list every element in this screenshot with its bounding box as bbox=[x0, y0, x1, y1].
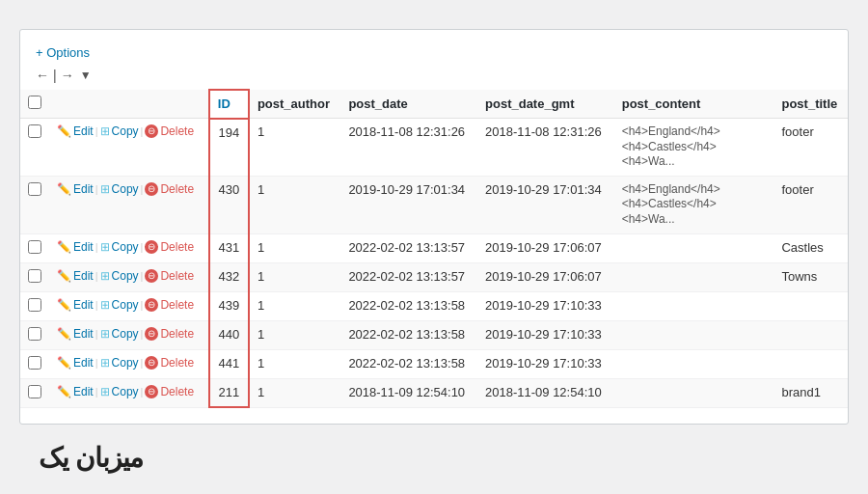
col-header-actions bbox=[49, 90, 209, 119]
row-checkbox[interactable] bbox=[28, 124, 41, 138]
row-actions-cell: ✏️ Edit | ⊞ Copy | ⊖ Delete bbox=[49, 233, 209, 262]
edit-link[interactable]: Edit bbox=[73, 356, 94, 370]
delete-icon[interactable]: ⊖ bbox=[145, 240, 158, 254]
row-actions-cell: ✏️ Edit | ⊞ Copy | ⊖ Delete bbox=[49, 119, 209, 177]
row-actions-cell: ✏️ Edit | ⊞ Copy | ⊖ Delete bbox=[49, 291, 209, 320]
delete-link[interactable]: Delete bbox=[160, 327, 194, 341]
select-all-checkbox[interactable] bbox=[28, 96, 41, 109]
copy-link[interactable]: Copy bbox=[112, 356, 139, 370]
edit-link[interactable]: Edit bbox=[73, 385, 94, 398]
row-post-date: 2018-11-08 12:31:26 bbox=[340, 119, 477, 177]
col-header-checkbox bbox=[20, 90, 49, 119]
delete-link[interactable]: Delete bbox=[160, 269, 194, 283]
table-toolbar: ← | → ▼ bbox=[20, 68, 848, 89]
row-checkbox[interactable] bbox=[28, 385, 41, 398]
separator-1: | bbox=[95, 270, 98, 282]
row-post-title bbox=[773, 291, 848, 320]
row-id: 440 bbox=[209, 320, 249, 349]
edit-link[interactable]: Edit bbox=[73, 269, 94, 283]
row-post-content bbox=[614, 378, 774, 407]
delete-icon[interactable]: ⊖ bbox=[145, 124, 158, 138]
delete-icon[interactable]: ⊖ bbox=[145, 298, 158, 312]
row-post-title: brand1 bbox=[773, 378, 848, 407]
copy-link[interactable]: Copy bbox=[112, 269, 139, 283]
row-post-content bbox=[614, 262, 774, 291]
copy-icon: ⊞ bbox=[100, 269, 110, 283]
table-row: ✏️ Edit | ⊞ Copy | ⊖ Delete 19412018-11-… bbox=[20, 119, 848, 177]
row-id: 430 bbox=[209, 176, 249, 233]
edit-icon: ✏️ bbox=[57, 240, 71, 254]
copy-link[interactable]: Copy bbox=[112, 124, 139, 138]
delete-icon[interactable]: ⊖ bbox=[145, 385, 158, 398]
nav-left-arrow[interactable]: ← bbox=[36, 68, 49, 83]
row-checkbox[interactable] bbox=[28, 327, 41, 341]
row-post-date: 2022-02-02 13:13:57 bbox=[340, 233, 477, 262]
options-link[interactable]: + Options bbox=[36, 45, 90, 60]
row-checkbox[interactable] bbox=[28, 298, 41, 312]
row-actions: ✏️ Edit | ⊞ Copy | ⊖ Delete bbox=[57, 182, 201, 196]
main-container: + Options ← | → ▼ ID post_author post_da… bbox=[19, 29, 849, 425]
row-post-date-gmt: 2018-11-08 12:31:26 bbox=[477, 119, 614, 177]
edit-link[interactable]: Edit bbox=[73, 327, 94, 341]
delete-link[interactable]: Delete bbox=[160, 124, 194, 138]
edit-link[interactable]: Edit bbox=[73, 182, 94, 196]
edit-icon: ✏️ bbox=[57, 356, 71, 370]
row-checkbox[interactable] bbox=[28, 356, 41, 370]
edit-link[interactable]: Edit bbox=[73, 240, 94, 254]
edit-icon: ✏️ bbox=[57, 269, 71, 283]
row-checkbox[interactable] bbox=[28, 240, 41, 254]
separator-2: | bbox=[141, 125, 144, 137]
separator-1: | bbox=[95, 241, 98, 253]
copy-link[interactable]: Copy bbox=[112, 240, 139, 254]
edit-icon: ✏️ bbox=[57, 298, 71, 312]
copy-link[interactable]: Copy bbox=[112, 327, 139, 341]
row-post-author: 1 bbox=[249, 262, 340, 291]
table-row: ✏️ Edit | ⊞ Copy | ⊖ Delete 21112018-11-… bbox=[20, 378, 848, 407]
options-bar: + Options bbox=[20, 45, 848, 68]
column-filter-icon[interactable]: ▼ bbox=[80, 69, 92, 82]
row-post-date: 2022-02-02 13:13:57 bbox=[340, 262, 477, 291]
row-actions-cell: ✏️ Edit | ⊞ Copy | ⊖ Delete bbox=[49, 349, 209, 378]
delete-link[interactable]: Delete bbox=[160, 182, 194, 196]
delete-link[interactable]: Delete bbox=[160, 356, 194, 370]
delete-link[interactable]: Delete bbox=[160, 240, 194, 254]
row-post-title: footer bbox=[773, 119, 848, 177]
row-actions: ✏️ Edit | ⊞ Copy | ⊖ Delete bbox=[57, 240, 201, 254]
delete-icon[interactable]: ⊖ bbox=[145, 182, 158, 196]
edit-link[interactable]: Edit bbox=[73, 298, 94, 312]
row-checkbox[interactable] bbox=[28, 269, 41, 283]
row-post-content bbox=[614, 349, 774, 378]
separator-2: | bbox=[141, 386, 144, 398]
separator-1: | bbox=[95, 328, 98, 340]
nav-right-arrow[interactable]: → bbox=[61, 68, 74, 83]
row-post-date: 2022-02-02 13:13:58 bbox=[340, 291, 477, 320]
row-actions: ✏️ Edit | ⊞ Copy | ⊖ Delete bbox=[57, 327, 201, 341]
delete-link[interactable]: Delete bbox=[160, 298, 194, 312]
row-post-date: 2018-11-09 12:54:10 bbox=[340, 378, 477, 407]
row-post-author: 1 bbox=[249, 349, 340, 378]
row-post-title: Towns bbox=[773, 262, 848, 291]
row-actions-cell: ✏️ Edit | ⊞ Copy | ⊖ Delete bbox=[49, 378, 209, 407]
delete-link[interactable]: Delete bbox=[160, 385, 194, 398]
row-actions: ✏️ Edit | ⊞ Copy | ⊖ Delete bbox=[57, 356, 201, 370]
delete-icon[interactable]: ⊖ bbox=[145, 327, 158, 341]
row-post-title: Castles bbox=[773, 233, 848, 262]
col-header-post-content: post_content bbox=[614, 90, 774, 119]
table-row: ✏️ Edit | ⊞ Copy | ⊖ Delete 43012019-10-… bbox=[20, 176, 848, 233]
edit-link[interactable]: Edit bbox=[73, 124, 94, 138]
delete-icon[interactable]: ⊖ bbox=[145, 269, 158, 283]
row-post-date-gmt: 2019-10-29 17:01:34 bbox=[477, 176, 614, 233]
copy-link[interactable]: Copy bbox=[112, 182, 139, 196]
row-id: 439 bbox=[209, 291, 249, 320]
delete-icon[interactable]: ⊖ bbox=[145, 356, 158, 370]
row-post-content: <h4>England</h4> <h4>Castles</h4> <h4>Wa… bbox=[614, 119, 774, 177]
copy-link[interactable]: Copy bbox=[112, 298, 139, 312]
row-post-date-gmt: 2019-10-29 17:10:33 bbox=[477, 349, 614, 378]
row-checkbox[interactable] bbox=[28, 182, 41, 196]
data-table: ID post_author post_date post_date_gmt p… bbox=[20, 89, 848, 408]
row-post-content bbox=[614, 291, 774, 320]
copy-link[interactable]: Copy bbox=[112, 385, 139, 398]
row-post-author: 1 bbox=[249, 233, 340, 262]
row-post-author: 1 bbox=[249, 378, 340, 407]
table-row: ✏️ Edit | ⊞ Copy | ⊖ Delete 44012022-02-… bbox=[20, 320, 848, 349]
